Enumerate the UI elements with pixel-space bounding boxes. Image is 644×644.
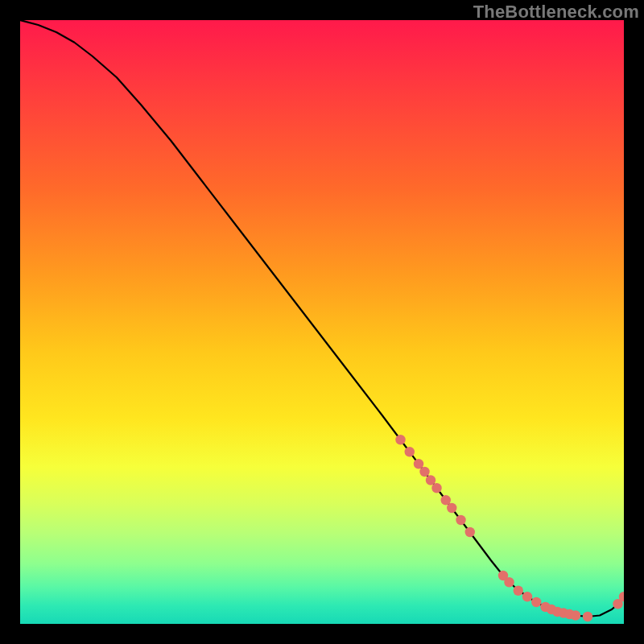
data-point (447, 503, 456, 513)
data-point (504, 577, 514, 587)
data-point (414, 459, 423, 469)
chart-stage: TheBottleneck.com (0, 0, 644, 644)
data-point (531, 597, 541, 607)
data-point (514, 586, 523, 596)
data-points (395, 435, 624, 621)
watermark-text: TheBottleneck.com (473, 2, 639, 23)
data-point (441, 495, 451, 505)
data-point (583, 612, 592, 621)
data-point (405, 447, 415, 456)
data-point (431, 483, 441, 493)
data-point (465, 527, 475, 537)
data-point (426, 475, 436, 485)
data-point (456, 515, 465, 525)
data-point (571, 610, 580, 620)
curve-line (20, 20, 624, 617)
data-point (419, 467, 429, 477)
chart-svg (20, 20, 624, 624)
data-point (522, 592, 532, 601)
data-point (395, 435, 405, 444)
plot-area (20, 20, 624, 624)
